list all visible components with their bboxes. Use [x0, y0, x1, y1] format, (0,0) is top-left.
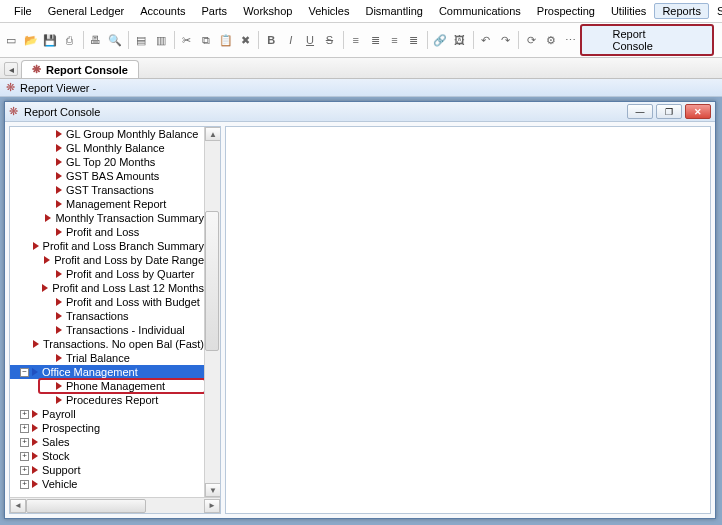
- window-close-button[interactable]: ✕: [685, 104, 711, 119]
- menu-prospecting[interactable]: Prospecting: [529, 3, 603, 19]
- horizontal-scrollbar[interactable]: ◄ ►: [10, 497, 220, 513]
- tree-item-transactions-no-open-bal-fast-[interactable]: Transactions. No open Bal (Fast): [10, 337, 204, 351]
- tool-underline-icon[interactable]: U: [301, 30, 319, 50]
- tool-redo-icon[interactable]: ↷: [496, 30, 514, 50]
- tree-item-profit-and-loss-with-budget[interactable]: Profit and Loss with Budget: [10, 295, 204, 309]
- tree-folder-support[interactable]: +Support: [10, 463, 204, 477]
- window-minimize-button[interactable]: —: [627, 104, 653, 119]
- tree-label: Procedures Report: [66, 394, 158, 406]
- tree-item-profit-and-loss-branch-summary[interactable]: Profit and Loss Branch Summary: [10, 239, 204, 253]
- expand-icon[interactable]: +: [20, 438, 29, 447]
- tool-align-right-icon[interactable]: ≡: [385, 30, 403, 50]
- triangle-icon: [32, 466, 38, 474]
- expand-icon[interactable]: +: [20, 424, 29, 433]
- menu-dismantling[interactable]: Dismantling: [357, 3, 430, 19]
- menu-parts[interactable]: Parts: [193, 3, 235, 19]
- tree-folder-prospecting[interactable]: +Prospecting: [10, 421, 204, 435]
- tree-label: Prospecting: [42, 422, 100, 434]
- tool-justify-icon[interactable]: ≣: [405, 30, 423, 50]
- tree-item-gl-top-20-months[interactable]: GL Top 20 Months: [10, 155, 204, 169]
- tool-bold-icon[interactable]: B: [262, 30, 280, 50]
- tree-item-trial-balance[interactable]: Trial Balance: [10, 351, 204, 365]
- tree-folder-sales[interactable]: +Sales: [10, 435, 204, 449]
- menu-general-ledger[interactable]: General Ledger: [40, 3, 132, 19]
- tree-folder-stock[interactable]: +Stock: [10, 449, 204, 463]
- tool-strike-icon[interactable]: S: [320, 30, 338, 50]
- menu-accounts[interactable]: Accounts: [132, 3, 193, 19]
- window-titlebar[interactable]: ❋ Report Console — ❐ ✕: [5, 102, 715, 122]
- tree-folder-vehicle[interactable]: +Vehicle: [10, 477, 204, 491]
- tree-item-gl-monthly-balance[interactable]: GL Monthly Balance: [10, 141, 204, 155]
- tree-item-gst-transactions[interactable]: GST Transactions: [10, 183, 204, 197]
- tree-folder-office-management[interactable]: −Office Management: [10, 365, 204, 379]
- tool-italic-icon[interactable]: I: [282, 30, 300, 50]
- window-maximize-button[interactable]: ❐: [656, 104, 682, 119]
- tree-folder-payroll[interactable]: +Payroll: [10, 407, 204, 421]
- tool-cut-icon[interactable]: ✂: [178, 30, 196, 50]
- tree-label: Profit and Loss with Budget: [66, 296, 200, 308]
- expand-icon[interactable]: +: [20, 480, 29, 489]
- tree-label: GL Monthly Balance: [66, 142, 165, 154]
- tree-item-profit-and-loss-by-quarter[interactable]: Profit and Loss by Quarter: [10, 267, 204, 281]
- report-console-button[interactable]: Report Console: [580, 24, 714, 56]
- tool-open-icon[interactable]: 📂: [21, 30, 39, 50]
- menu-vehicles[interactable]: Vehicles: [300, 3, 357, 19]
- tool-paste-icon[interactable]: 📋: [216, 30, 234, 50]
- tool-more-icon[interactable]: ⋯: [561, 30, 579, 50]
- menu-communications[interactable]: Communications: [431, 3, 529, 19]
- tree-scroll-area[interactable]: GL Group Monthly BalanceGL Monthly Balan…: [10, 127, 220, 497]
- expand-icon[interactable]: +: [20, 410, 29, 419]
- tree-item-procedures-report[interactable]: Procedures Report: [10, 393, 204, 407]
- tree-label: Stock: [42, 450, 70, 462]
- close-tabs-left-icon[interactable]: ◂: [4, 62, 18, 76]
- tree-label: Profit and Loss by Quarter: [66, 268, 194, 280]
- tool-link-icon[interactable]: 🔗: [431, 30, 449, 50]
- triangle-icon: [56, 158, 62, 166]
- tool-page-icon[interactable]: ▤: [132, 30, 150, 50]
- scroll-left-icon[interactable]: ◄: [10, 499, 26, 513]
- tree-item-management-report[interactable]: Management Report: [10, 197, 204, 211]
- tree-item-profit-and-loss-last-12-months[interactable]: Profit and Loss Last 12 Months: [10, 281, 204, 295]
- tree-label: Phone Management: [66, 380, 165, 392]
- scroll-down-icon[interactable]: ▼: [205, 483, 220, 497]
- tab-report-console[interactable]: ❋ Report Console: [21, 60, 139, 78]
- tool-align-center-icon[interactable]: ≣: [366, 30, 384, 50]
- tool-preview-icon[interactable]: 🔍: [106, 30, 124, 50]
- tree-item-monthly-transaction-summary[interactable]: Monthly Transaction Summary: [10, 211, 204, 225]
- tree-item-profit-and-loss-by-date-range[interactable]: Profit and Loss by Date Range: [10, 253, 204, 267]
- menu-file[interactable]: File: [6, 3, 40, 19]
- tool-save-icon[interactable]: 💾: [41, 30, 59, 50]
- tool-undo-icon[interactable]: ↶: [477, 30, 495, 50]
- tool-print-icon[interactable]: 🖶: [86, 30, 104, 50]
- collapse-icon[interactable]: −: [20, 368, 29, 377]
- tree-item-transactions-individual[interactable]: Transactions - Individual: [10, 323, 204, 337]
- tool-new-icon[interactable]: ▭: [2, 30, 20, 50]
- expand-icon[interactable]: +: [20, 452, 29, 461]
- tree-label: Payroll: [42, 408, 76, 420]
- tool-refresh-icon[interactable]: ⟳: [522, 30, 540, 50]
- expand-icon[interactable]: +: [20, 466, 29, 475]
- tree-item-profit-and-loss[interactable]: Profit and Loss: [10, 225, 204, 239]
- tool-image-icon[interactable]: 🖼: [450, 30, 468, 50]
- tool-margins-icon[interactable]: ▥: [151, 30, 169, 50]
- tree-label: Trial Balance: [66, 352, 130, 364]
- tree-item-transactions[interactable]: Transactions: [10, 309, 204, 323]
- scroll-right-icon[interactable]: ►: [204, 499, 220, 513]
- tree-item-phone-management[interactable]: Phone Management: [10, 379, 204, 393]
- scroll-up-icon[interactable]: ▲: [205, 127, 220, 141]
- menu-workshop[interactable]: Workshop: [235, 3, 300, 19]
- tree-item-gl-group-monthly-balance[interactable]: GL Group Monthly Balance: [10, 127, 204, 141]
- menu-utilities[interactable]: Utilities: [603, 3, 654, 19]
- tool-gear-icon[interactable]: ⚙: [542, 30, 560, 50]
- tool-delete-icon[interactable]: ✖: [236, 30, 254, 50]
- menu-reports[interactable]: Reports: [654, 3, 709, 19]
- tool-copy-icon[interactable]: ⧉: [197, 30, 215, 50]
- triangle-icon: [32, 452, 38, 460]
- tool-saveall-icon[interactable]: ⎙: [60, 30, 78, 50]
- tool-align-left-icon[interactable]: ≡: [347, 30, 365, 50]
- menu-security[interactable]: Security: [709, 3, 722, 19]
- triangle-icon: [56, 186, 62, 194]
- tree-item-gst-bas-amounts[interactable]: GST BAS Amounts: [10, 169, 204, 183]
- vertical-scrollbar[interactable]: ▲ ▼: [204, 127, 220, 497]
- toolbar: ▭ 📂 💾 ⎙ 🖶 🔍 ▤ ▥ ✂ ⧉ 📋 ✖ B I U S ≡ ≣ ≡ ≣ …: [0, 23, 722, 58]
